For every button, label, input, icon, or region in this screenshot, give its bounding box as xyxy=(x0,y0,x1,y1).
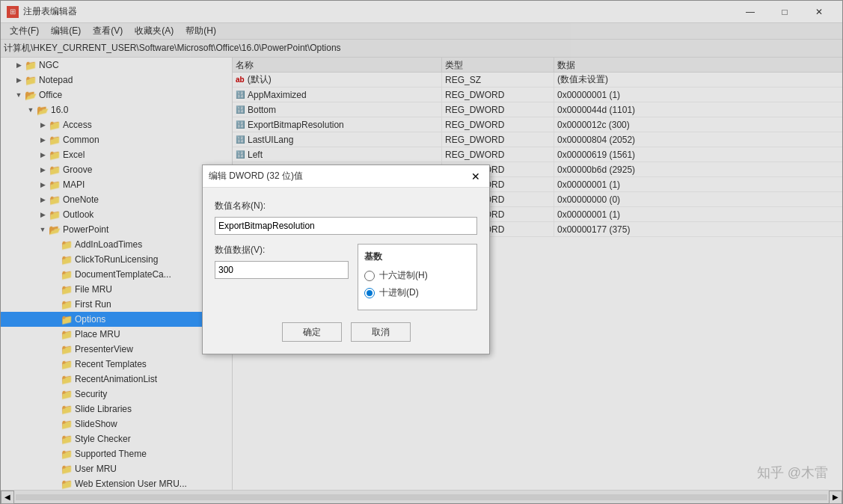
dialog-close-button[interactable]: ✕ xyxy=(468,169,483,184)
dec-radio-label: 十进制(D) xyxy=(379,286,419,299)
base-group: 基数 十六进制(H) 十进制(D) xyxy=(358,244,477,310)
ok-button[interactable]: 确定 xyxy=(282,322,342,342)
dialog-row: 数值数据(V): 基数 十六进制(H) 十进制(D) xyxy=(215,244,477,310)
dialog-title: 编辑 DWORD (32 位)值 xyxy=(209,170,303,182)
name-label: 数值名称(N): xyxy=(215,200,477,212)
data-label: 数值数据(V): xyxy=(215,244,349,256)
dec-radio[interactable]: 十进制(D) xyxy=(364,286,470,299)
dialog-body: 数值名称(N): 数值数据(V): 基数 十六进制(H) 十进制(D) 确定 xyxy=(203,188,489,354)
dialog-buttons: 确定 取消 xyxy=(215,322,477,342)
hex-radio-circle xyxy=(364,271,375,281)
edit-dword-dialog: 编辑 DWORD (32 位)值 ✕ 数值名称(N): 数值数据(V): 基数 … xyxy=(202,165,490,354)
dec-radio-circle xyxy=(364,288,375,298)
base-title: 基数 xyxy=(364,251,470,263)
name-input[interactable] xyxy=(215,217,477,235)
cancel-button[interactable]: 取消 xyxy=(351,322,411,342)
dialog-title-bar: 编辑 DWORD (32 位)值 ✕ xyxy=(203,165,489,188)
value-column: 数值数据(V): xyxy=(215,244,349,288)
hex-radio-label: 十六进制(H) xyxy=(379,269,428,282)
value-input[interactable] xyxy=(215,261,349,279)
hex-radio[interactable]: 十六进制(H) xyxy=(364,269,470,282)
